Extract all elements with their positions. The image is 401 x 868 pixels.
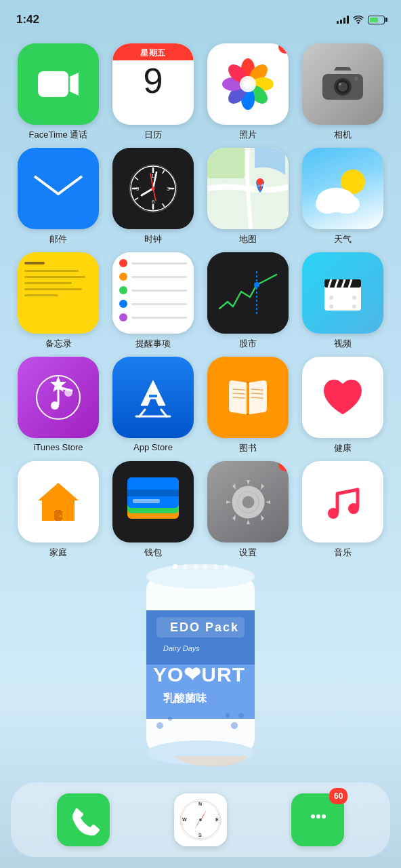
- camera-icon: [302, 43, 383, 125]
- clips-label: 视频: [334, 338, 352, 350]
- wallet-icon: [112, 461, 194, 542]
- svg-rect-85: [146, 576, 255, 753]
- svg-point-41: [257, 178, 263, 185]
- svg-point-97: [231, 722, 238, 729]
- svg-text:E: E: [215, 817, 219, 822]
- camera-label: 相机: [334, 129, 352, 141]
- svg-rect-88: [146, 610, 255, 665]
- app-weather[interactable]: 天气: [295, 148, 390, 245]
- svg-point-83: [328, 508, 339, 519]
- weather-icon: [302, 148, 383, 229]
- svg-text:W: W: [182, 817, 187, 822]
- svg-text:Dairy Days: Dairy Days: [163, 644, 200, 652]
- app-stocks[interactable]: 股市: [200, 252, 295, 350]
- svg-point-107: [311, 814, 315, 818]
- svg-line-70: [233, 397, 245, 398]
- settings-badge: 4: [278, 461, 289, 471]
- dock-safari[interactable]: N S W E: [174, 793, 227, 846]
- dot-6: [224, 564, 228, 569]
- page-dots: [0, 564, 401, 569]
- calendar-weekday: 星期五: [112, 43, 194, 60]
- notes-icon: [18, 252, 99, 334]
- app-wallet[interactable]: 钱包: [106, 461, 200, 559]
- app-clock[interactable]: 12 3 6 9 时钟: [106, 148, 200, 245]
- dock-messages[interactable]: 60: [291, 793, 344, 846]
- svg-point-45: [333, 195, 360, 214]
- safari-icon: N S W E: [174, 793, 227, 846]
- app-health[interactable]: 健康: [295, 357, 390, 454]
- svg-rect-89: [146, 665, 255, 719]
- weather-label: 天气: [334, 233, 352, 245]
- svg-line-69: [233, 393, 245, 394]
- status-icons: [337, 16, 385, 24]
- svg-point-56: [329, 304, 333, 309]
- svg-point-96: [168, 717, 172, 721]
- svg-text:6: 6: [152, 199, 155, 205]
- reminders-label: 提醒事项: [135, 338, 171, 350]
- svg-text:乳酸菌味: 乳酸菌味: [163, 692, 207, 704]
- home-label: 家庭: [49, 547, 67, 559]
- messages-badge: 60: [329, 788, 347, 804]
- status-time: 1:42: [16, 13, 39, 26]
- books-label: 图书: [239, 442, 257, 454]
- settings-icon: 4: [207, 461, 289, 542]
- dock-phone[interactable]: [57, 793, 110, 846]
- books-icon: [207, 357, 289, 438]
- svg-line-73: [251, 397, 263, 398]
- app-reminders[interactable]: 提醒事项: [106, 252, 200, 350]
- maps-label: 地图: [239, 233, 257, 245]
- wallpaper-yogurt: EDO Pack Dairy Days YO❤URT 乳酸菌味: [0, 542, 401, 773]
- photos-icon: 1: [207, 43, 289, 125]
- dot-5: [213, 564, 218, 569]
- svg-rect-1: [38, 71, 68, 97]
- app-music[interactable]: 音乐: [295, 461, 390, 559]
- svg-point-75: [60, 515, 62, 517]
- app-camera[interactable]: 相机: [295, 43, 390, 141]
- dot-4: [203, 564, 208, 569]
- signal-icon: [337, 16, 349, 24]
- maps-icon: 280: [207, 148, 289, 229]
- svg-point-87: [146, 741, 255, 765]
- app-calendar[interactable]: 星期五 9 日历: [106, 43, 200, 141]
- calendar-icon: 星期五 9: [112, 43, 194, 125]
- itunes-label: iTunes Store: [33, 442, 83, 452]
- facetime-label: FaceTime 通话: [29, 129, 88, 141]
- app-facetime[interactable]: FaceTime 通话: [11, 43, 106, 141]
- health-label: 健康: [334, 442, 352, 454]
- photos-label: 照片: [239, 129, 257, 141]
- clock-icon: 12 3 6 9: [112, 148, 194, 229]
- clips-icon: [302, 252, 383, 334]
- app-photos[interactable]: 1 照片: [200, 43, 295, 141]
- svg-line-68: [233, 389, 245, 390]
- svg-point-108: [316, 814, 320, 818]
- app-notes[interactable]: 备忘录: [11, 252, 106, 350]
- svg-rect-79: [127, 490, 179, 496]
- dot-3: [193, 564, 198, 569]
- svg-marker-2: [70, 73, 79, 96]
- app-appstore[interactable]: App Store: [106, 357, 200, 454]
- wallet-label: 钱包: [144, 547, 162, 559]
- mail-label: 邮件: [49, 233, 67, 245]
- svg-point-109: [322, 814, 326, 818]
- app-settings[interactable]: 4 设置: [200, 461, 295, 559]
- app-clips[interactable]: 视频: [295, 252, 390, 350]
- svg-point-58: [352, 304, 356, 309]
- svg-point-17: [354, 77, 358, 81]
- app-mail[interactable]: 邮件: [11, 148, 106, 245]
- svg-point-82: [242, 496, 254, 508]
- health-icon: [302, 357, 383, 438]
- svg-text:S: S: [198, 833, 202, 837]
- svg-point-33: [151, 186, 154, 190]
- app-books[interactable]: 图书: [200, 357, 295, 454]
- svg-rect-39: [207, 148, 245, 178]
- stocks-label: 股市: [239, 338, 257, 350]
- app-home[interactable]: 家庭: [11, 461, 106, 559]
- svg-point-11: [240, 76, 256, 92]
- svg-point-95: [156, 722, 163, 729]
- app-maps[interactable]: 280 地图: [200, 148, 295, 245]
- app-itunes[interactable]: iTunes Store: [11, 357, 106, 454]
- appstore-label: App Store: [133, 442, 173, 452]
- stocks-icon: [207, 252, 289, 334]
- status-bar: 1:42: [0, 0, 401, 30]
- settings-label: 设置: [239, 547, 257, 559]
